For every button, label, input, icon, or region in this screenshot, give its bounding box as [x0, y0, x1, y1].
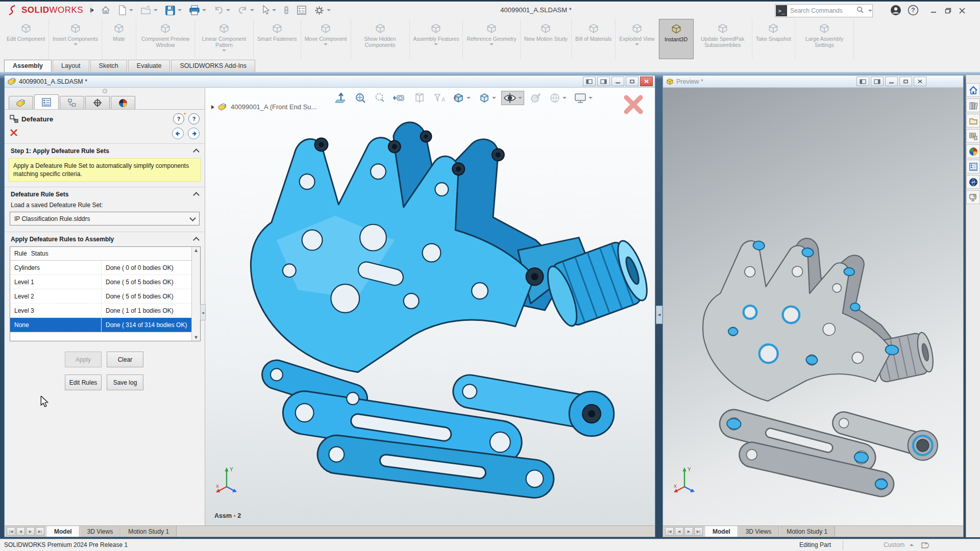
table-scrollbar[interactable]: ▲ ▼: [191, 247, 200, 341]
edit-appearance-icon[interactable]: [527, 91, 544, 105]
hide-show-items-icon[interactable]: [501, 91, 524, 105]
view-orientation-icon[interactable]: [450, 91, 473, 105]
view-settings-icon[interactable]: [572, 91, 595, 105]
cancel-button[interactable]: [10, 129, 18, 138]
table-row[interactable]: Cylinders Done ( 0 of 0 bodies OK): [10, 261, 191, 275]
clear-button[interactable]: Clear: [107, 352, 143, 367]
ribbon-button[interactable]: Bill of Materials: [572, 19, 616, 59]
ribbon-button[interactable]: Show Hidden Components: [351, 19, 410, 59]
file-explorer-icon[interactable]: [966, 114, 980, 128]
previous-view-icon[interactable]: [391, 91, 408, 105]
zoom-to-fit-icon[interactable]: [333, 91, 349, 105]
document-window-titlebar[interactable]: 40099001_A.SLDASM *: [5, 76, 655, 88]
preview-3d-model[interactable]: [663, 88, 963, 525]
first-tab-icon[interactable]: |◀: [665, 527, 674, 536]
tags-icon[interactable]: [920, 541, 929, 551]
document-tab[interactable]: 3D Views: [738, 526, 779, 537]
next-button[interactable]: [188, 128, 200, 139]
ribbon-button[interactable]: Assembly Features: [410, 19, 463, 59]
document-tab[interactable]: Motion Study 1: [779, 526, 835, 537]
close-document-icon[interactable]: [914, 77, 926, 86]
step1-section-header[interactable]: Step 1: Apply Defeature Rule Sets: [5, 144, 205, 157]
close-window-icon[interactable]: [959, 8, 966, 15]
home-icon[interactable]: [99, 4, 113, 17]
back-button[interactable]: [172, 128, 184, 139]
tab-dimxpert-manager[interactable]: [85, 96, 110, 109]
selection-filter-icon[interactable]: [281, 4, 291, 17]
breadcrumb[interactable]: 40099001_A (Front End Su...: [211, 103, 316, 111]
dock-pane-left-icon[interactable]: [583, 77, 596, 86]
panel-collapse-icon[interactable]: ◀: [200, 304, 206, 320]
apply-rules-section-header[interactable]: Apply Defeature Rules to Assembly: [5, 232, 205, 245]
section-view-icon[interactable]: [411, 91, 428, 105]
search-commands-box[interactable]: >_ Search Commands: [775, 4, 873, 17]
dock-pane-left-icon[interactable]: [856, 77, 869, 86]
confirmation-corner-cancel-icon[interactable]: [623, 94, 644, 117]
ribbon-button[interactable]: Component Preview Window: [136, 19, 195, 59]
ribbon-dropdown-icon[interactable]: [74, 43, 78, 45]
breadcrumb-expand-icon[interactable]: [211, 105, 214, 109]
ribbon-button[interactable]: Take Snapshot: [752, 19, 795, 59]
scroll-down-icon[interactable]: ▼: [194, 335, 198, 340]
ribbon-button[interactable]: Insert Components: [49, 19, 102, 59]
last-tab-icon[interactable]: ▶|: [694, 527, 703, 536]
ribbon-dropdown-icon[interactable]: [434, 43, 438, 45]
restore-document-icon[interactable]: [899, 77, 912, 86]
close-document-icon[interactable]: [640, 77, 653, 86]
ribbon-button[interactable]: Edit Component: [3, 19, 49, 59]
whats-new-help-icon[interactable]: ?*: [173, 113, 184, 124]
custom-properties-icon[interactable]: [966, 160, 980, 173]
ribbon-button[interactable]: Instant3D: [659, 19, 694, 59]
prev-tab-icon[interactable]: ◀: [16, 527, 25, 536]
zoom-to-area-icon[interactable]: [352, 91, 369, 105]
minimize-document-icon[interactable]: [885, 77, 898, 86]
last-tab-icon[interactable]: ▶|: [36, 527, 44, 536]
restore-window-icon[interactable]: [944, 8, 951, 15]
magnifier-icon[interactable]: [372, 91, 388, 105]
prev-tab-icon[interactable]: ◀: [675, 527, 683, 536]
user-account-icon[interactable]: [890, 5, 901, 18]
redo-icon[interactable]: [235, 4, 256, 17]
panel-resize-grip[interactable]: [5, 88, 205, 94]
ruleset-select[interactable]: IP Classification Rule.slddrs: [10, 212, 200, 226]
assembly-3d-model[interactable]: [205, 88, 655, 525]
minimize-document-icon[interactable]: [611, 77, 624, 86]
appearances-scenes-icon[interactable]: [966, 144, 980, 158]
display-style-icon[interactable]: [476, 91, 498, 105]
command-tab[interactable]: Sketch: [90, 60, 127, 72]
search-input[interactable]: Search Commands: [790, 7, 854, 14]
tab-configuration-manager[interactable]: [60, 96, 84, 109]
filter-annotations-icon[interactable]: A: [431, 91, 447, 105]
preview-viewport[interactable]: Y X: [663, 88, 963, 525]
document-tab[interactable]: Model: [705, 526, 738, 537]
help-icon[interactable]: ?: [908, 5, 919, 18]
ribbon-button[interactable]: Move Component: [301, 19, 351, 59]
view-palette-icon[interactable]: [966, 129, 980, 143]
tab-property-manager[interactable]: [34, 94, 59, 109]
dock-pane-right-icon[interactable]: [871, 77, 884, 86]
solidworks-resources-icon[interactable]: [966, 190, 980, 204]
table-row[interactable]: None Done ( 314 of 314 bodies OK): [10, 318, 191, 332]
design-library-icon[interactable]: [966, 98, 980, 112]
next-tab-icon[interactable]: ▶: [684, 527, 693, 536]
command-tab[interactable]: Evaluate: [128, 60, 170, 72]
minimize-window-icon[interactable]: [930, 8, 937, 15]
table-column-header[interactable]: Status: [27, 247, 191, 260]
configuration-selector[interactable]: Custom: [884, 541, 914, 548]
table-row[interactable]: Level 2 Done ( 5 of 5 bodies OK): [10, 289, 191, 304]
table-column-header[interactable]: Rule: [10, 247, 27, 260]
apply-scene-icon[interactable]: [547, 91, 569, 105]
select-icon[interactable]: [259, 4, 278, 17]
search-dropdown-icon[interactable]: [868, 10, 872, 12]
ribbon-button[interactable]: Exploded View: [616, 19, 658, 59]
document-tab[interactable]: Motion Study 1: [120, 526, 177, 537]
rulesets-section-header[interactable]: Defeature Rule Sets: [5, 187, 205, 201]
help-circle-icon[interactable]: ?: [188, 113, 200, 124]
ribbon-button[interactable]: Update SpeedPak Subassemblies: [694, 19, 752, 59]
edit-rules-button[interactable]: Edit Rules: [65, 374, 102, 390]
document-tab[interactable]: 3D Views: [80, 526, 120, 537]
ribbon-button[interactable]: Large Assembly Settings: [795, 19, 854, 59]
save-log-button[interactable]: Save log: [107, 374, 143, 390]
dock-pane-right-icon[interactable]: [597, 77, 610, 86]
ribbon-button[interactable]: Linear Component Pattern: [195, 19, 254, 59]
